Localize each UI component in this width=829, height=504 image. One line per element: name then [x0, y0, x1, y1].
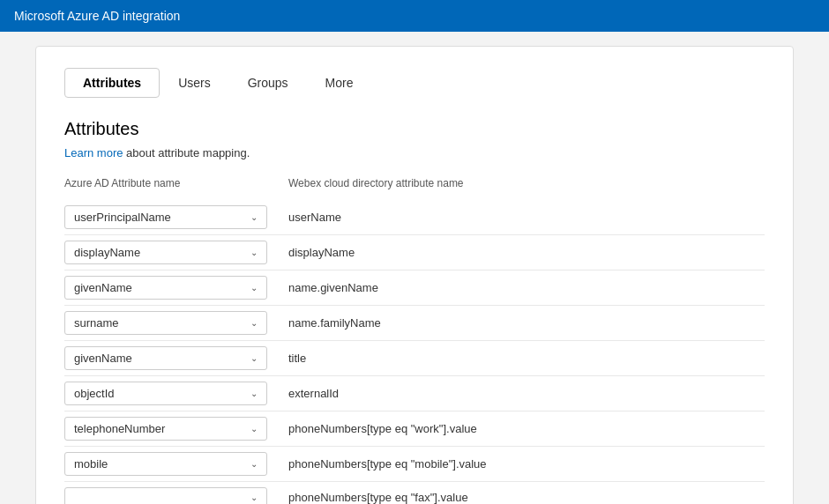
learn-more-suffix: about attribute mapping.: [123, 146, 250, 159]
attribute-dropdown-7[interactable]: mobile⌄: [64, 452, 267, 476]
chevron-down-icon: ⌄: [250, 459, 258, 469]
table-row: mobile⌄phoneNumbers[type eq "mobile"].va…: [64, 447, 765, 482]
dropdown-value-2: givenName: [74, 281, 243, 294]
col-left-header: Azure AD Attribute name: [64, 177, 267, 189]
attribute-value-6: phoneNumbers[type eq "work"].value: [288, 422, 765, 435]
table-row: objectId⌄externalId: [64, 376, 765, 411]
attribute-value-2: name.givenName: [288, 281, 765, 294]
attribute-dropdown-2[interactable]: givenName⌄: [64, 276, 267, 300]
tab-bar: AttributesUsersGroupsMore: [64, 68, 765, 98]
table-row: displayName⌄displayName: [64, 235, 765, 271]
attribute-dropdown-3[interactable]: surname⌄: [64, 311, 267, 335]
dropdown-value-6: telephoneNumber: [74, 422, 243, 435]
section-title: Attributes: [64, 119, 765, 139]
table-row: ⌄phoneNumbers[type eq "fax"].value: [64, 482, 765, 504]
dropdown-value-7: mobile: [74, 457, 243, 471]
attribute-dropdown-5[interactable]: objectId⌄: [64, 382, 267, 405]
attribute-value-8: phoneNumbers[type eq "fax"].value: [288, 491, 765, 504]
dropdown-value-1: displayName: [74, 246, 243, 259]
tab-attributes[interactable]: Attributes: [64, 68, 160, 98]
chevron-down-icon: ⌄: [250, 318, 258, 328]
title-text: Microsoft Azure AD integration: [14, 9, 180, 23]
attribute-dropdown-6[interactable]: telephoneNumber⌄: [64, 417, 267, 441]
table-row: givenName⌄title: [64, 341, 765, 376]
table-row: givenName⌄name.givenName: [64, 271, 765, 306]
attribute-value-3: name.familyName: [288, 316, 765, 330]
tab-more[interactable]: More: [307, 68, 372, 98]
attributes-list: userPrincipalName⌄userNamedisplayName⌄di…: [64, 200, 765, 504]
dropdown-value-4: givenName: [74, 352, 243, 365]
table-row: userPrincipalName⌄userName: [64, 200, 765, 235]
attribute-dropdown-0[interactable]: userPrincipalName⌄: [64, 205, 267, 229]
chevron-down-icon: ⌄: [250, 248, 258, 257]
learn-more-link[interactable]: Learn more: [64, 146, 123, 159]
table-row: surname⌄name.familyName: [64, 306, 765, 341]
dropdown-value-5: objectId: [74, 387, 243, 400]
attribute-value-4: title: [288, 352, 765, 365]
attribute-dropdown-4[interactable]: givenName⌄: [64, 346, 267, 370]
attribute-dropdown-8[interactable]: ⌄: [64, 487, 267, 504]
title-bar: Microsoft Azure AD integration: [0, 0, 829, 32]
chevron-down-icon: ⌄: [250, 212, 258, 222]
chevron-down-icon: ⌄: [250, 353, 258, 363]
dropdown-value-3: surname: [74, 316, 243, 330]
table-header: Azure AD Attribute name Webex cloud dire…: [64, 177, 765, 193]
tab-groups[interactable]: Groups: [229, 68, 307, 98]
attribute-value-7: phoneNumbers[type eq "mobile"].value: [288, 457, 765, 471]
col-right-header: Webex cloud directory attribute name: [288, 177, 765, 189]
tab-users[interactable]: Users: [160, 68, 229, 98]
attribute-value-5: externalId: [288, 387, 765, 400]
attribute-value-0: userName: [288, 211, 765, 224]
chevron-down-icon: ⌄: [250, 493, 258, 502]
main-content: AttributesUsersGroupsMore Attributes Lea…: [0, 32, 829, 504]
content-panel: AttributesUsersGroupsMore Attributes Lea…: [35, 46, 794, 504]
learn-more-text: Learn more about attribute mapping.: [64, 146, 765, 159]
attribute-value-1: displayName: [288, 246, 765, 259]
dropdown-value-0: userPrincipalName: [74, 211, 243, 224]
attribute-dropdown-1[interactable]: displayName⌄: [64, 241, 267, 264]
chevron-down-icon: ⌄: [250, 424, 258, 434]
chevron-down-icon: ⌄: [250, 283, 258, 293]
chevron-down-icon: ⌄: [250, 389, 258, 398]
table-row: telephoneNumber⌄phoneNumbers[type eq "wo…: [64, 411, 765, 447]
